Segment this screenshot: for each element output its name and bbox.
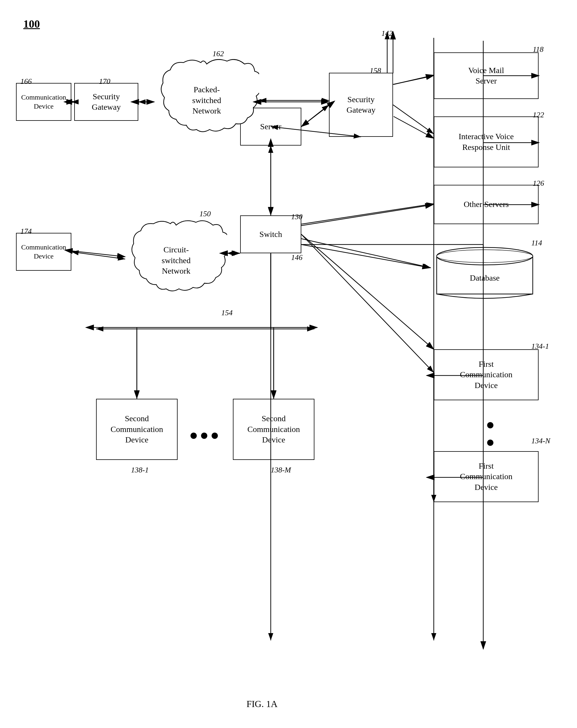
ivr-label: Interactive VoiceResponse Unit — [458, 131, 514, 153]
database-label: Database — [470, 273, 500, 283]
ref-126: 126 — [533, 179, 544, 188]
comm-device-mid-box: CommunicationDevice — [16, 233, 71, 271]
ref-118: 118 — [533, 45, 544, 54]
security-gateway-left-label: SecurityGateway — [92, 92, 121, 113]
diagram-number: 100 — [23, 18, 40, 30]
ref-122: 122 — [533, 111, 544, 119]
second-comm-1-box: SecondCommunicationDevice — [96, 399, 178, 460]
switch-label: Switch — [259, 229, 282, 239]
first-comm-top-box: FirstCommunicationDevice — [434, 349, 539, 400]
first-comm-bot-box: FirstCommunicationDevice — [434, 451, 539, 502]
comm-device-top-box: CommunicationDevice — [16, 83, 71, 121]
ref-130: 130 — [291, 212, 303, 221]
first-comm-top-label: FirstCommunicationDevice — [460, 359, 513, 391]
ivr-box: Interactive VoiceResponse Unit — [434, 116, 539, 167]
circuit-network-cloud: Circuit-switchedNetwork — [125, 215, 227, 306]
svg-line-9 — [393, 105, 434, 134]
ref-154: 154 — [221, 309, 233, 317]
security-gateway-left-box: SecurityGateway — [74, 83, 138, 121]
ref-138-1: 138-1 — [131, 466, 149, 474]
svg-line-8 — [393, 76, 434, 84]
voice-mail-server-box: Voice MailServer — [434, 52, 539, 99]
voice-mail-server-label: Voice MailServer — [468, 65, 504, 86]
dots-second-comm: ●●● — [189, 426, 221, 443]
svg-line-13 — [301, 204, 434, 224]
comm-device-mid-label: CommunicationDevice — [21, 243, 67, 261]
svg-line-11 — [301, 105, 329, 127]
ref-134-n: 134-N — [531, 437, 550, 445]
comm-device-top-label: CommunicationDevice — [21, 93, 67, 111]
packed-network-cloud: Packed-switchedNetwork — [154, 55, 259, 146]
svg-line-15 — [301, 234, 434, 372]
second-comm-m-label: SecondCommunicationDevice — [247, 413, 300, 445]
svg-line-18 — [71, 252, 125, 259]
server-label: Server — [260, 121, 281, 132]
ref-138-m: 138-M — [271, 466, 291, 474]
second-comm-m-box: SecondCommunicationDevice — [233, 399, 314, 460]
second-comm-1-label: SecondCommunicationDevice — [111, 413, 163, 445]
ref-158: 158 — [370, 67, 381, 75]
database-shape: Database — [431, 244, 539, 303]
ref-170: 170 — [99, 77, 110, 86]
packed-network-label: Packed-switchedNetwork — [192, 84, 221, 116]
diagram-container: 100 Voice MailServer 118 Interactive Voi… — [0, 0, 577, 728]
svg-point-2 — [437, 250, 533, 263]
circuit-network-label: Circuit-switchedNetwork — [162, 244, 191, 276]
ref-134-1: 134-1 — [531, 342, 549, 351]
ref-142: 142 — [382, 29, 393, 38]
other-servers-label: Other Servers — [464, 199, 509, 210]
other-servers-box: Other Servers — [434, 185, 539, 224]
ref-174: 174 — [20, 227, 32, 236]
ref-150: 150 — [200, 210, 211, 218]
ref-114: 114 — [531, 239, 542, 248]
ref-166: 166 — [20, 77, 32, 86]
ref-146: 146 — [291, 253, 303, 262]
ref-162: 162 — [212, 50, 224, 58]
fig-label: FIG. 1A — [218, 699, 306, 709]
security-gateway-right-box: SecurityGateway — [329, 73, 393, 137]
first-comm-bot-label: FirstCommunicationDevice — [460, 461, 513, 493]
svg-line-14 — [301, 239, 431, 268]
security-gateway-right-label: SecurityGateway — [346, 94, 375, 115]
